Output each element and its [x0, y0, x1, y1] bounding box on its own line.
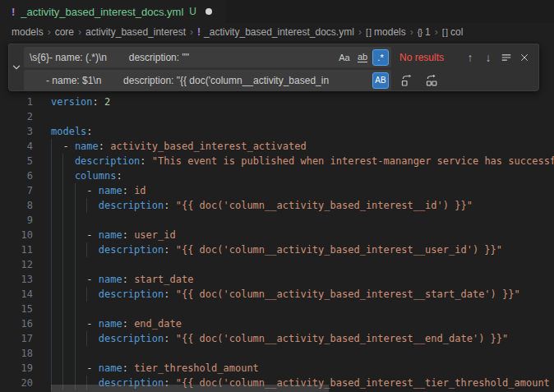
line-number: 7 — [0, 183, 33, 198]
code-line-text[interactable] — [51, 302, 86, 316]
breadcrumb-separator: › — [358, 26, 362, 38]
modified-dot-icon[interactable] — [205, 8, 212, 15]
code-line-text[interactable]: description: "{{ doc('column__activity_b… — [51, 242, 502, 257]
indent-guide — [75, 213, 86, 228]
indent-guide — [75, 361, 86, 376]
code-line-text[interactable] — [51, 257, 86, 272]
replace-input-wrap: AB — [24, 70, 391, 90]
line-number: 11 — [0, 242, 33, 257]
preserve-case-button[interactable]: AB — [372, 72, 389, 89]
line-number: 18 — [0, 346, 33, 361]
find-previous-button[interactable]: ↑ — [461, 48, 479, 67]
code-line-text[interactable]: - name: end_date — [51, 316, 182, 331]
match-case-button[interactable]: Aa — [336, 49, 353, 66]
breadcrumb-separator: › — [410, 26, 413, 38]
editor-area[interactable]: Aa ab .* No results ↑ — [0, 41, 554, 392]
breadcrumb-item[interactable]: [ ]col — [442, 26, 464, 38]
toggle-replace-button[interactable] — [9, 44, 24, 90]
yaml-file-icon: ! — [197, 26, 201, 38]
replace-options: AB — [372, 72, 389, 89]
code-area[interactable]: 1version: 223models:4- name: activity_ba… — [0, 41, 554, 392]
close-icon — [519, 53, 529, 62]
tab-activity-based-interest-docs[interactable]: ! _activity_based_interest_docs.yml U — [0, 0, 225, 23]
code-line[interactable]: 15 — [0, 302, 554, 316]
whole-word-button[interactable]: ab — [354, 49, 371, 66]
code-line[interactable]: 9 — [0, 213, 554, 228]
code-line-text[interactable]: description: "This event is published wh… — [51, 154, 554, 168]
indent-guide — [51, 139, 62, 154]
indent-guide — [86, 198, 98, 213]
code-line[interactable]: 17description: "{{ doc('column__activity… — [0, 331, 554, 346]
code-line-text[interactable]: version: 2 — [51, 95, 110, 109]
code-line[interactable]: 18 — [0, 346, 554, 361]
indent-guide — [51, 302, 62, 316]
indent-guide — [51, 361, 62, 376]
symbol-object-icon: {} — [418, 27, 422, 37]
indent-guide — [62, 198, 74, 213]
code-line[interactable]: 7- name: id — [0, 183, 554, 198]
breadcrumb-separator: › — [48, 26, 51, 38]
indent-guide — [75, 242, 86, 257]
code-line-text[interactable]: columns: — [51, 168, 122, 183]
code-line[interactable]: 19- name: tier_threshold_amount — [0, 361, 554, 376]
code-line[interactable]: 14description: "{{ doc('column__activity… — [0, 287, 554, 302]
find-next-button[interactable]: ↓ — [479, 48, 497, 67]
replace-input[interactable] — [24, 70, 391, 90]
code-line-text[interactable]: models: — [51, 124, 93, 139]
horizontal-scrollbar[interactable] — [51, 385, 329, 392]
tab-bar: ! _activity_based_interest_docs.yml U — [0, 0, 554, 23]
replace-button[interactable] — [398, 71, 416, 90]
code-line-text[interactable]: description: "{{ doc('column__activity_b… — [51, 331, 508, 346]
code-line-text[interactable]: - name: activity_based_interest_activate… — [51, 139, 307, 154]
indent-guide — [75, 228, 86, 242]
code-line-text[interactable]: description: "{{ doc('column__activity_b… — [51, 287, 520, 302]
code-line[interactable]: 11description: "{{ doc('column__activity… — [0, 242, 554, 257]
indent-guide — [51, 242, 62, 257]
regex-button[interactable]: .* — [372, 49, 389, 66]
indent-guide — [51, 183, 62, 198]
code-line-text[interactable]: - name: tier_threshold_amount — [51, 361, 259, 376]
code-line[interactable]: 13- name: start_date — [0, 272, 554, 287]
line-number: 17 — [0, 331, 33, 346]
indent-guide — [62, 257, 74, 272]
code-line[interactable]: 8description: "{{ doc('column__activity_… — [0, 198, 554, 213]
indent-guide — [62, 316, 74, 331]
code-line[interactable]: 3models: — [0, 124, 554, 139]
breadcrumb-item[interactable]: !_activity_based_interest_docs.yml — [197, 26, 354, 38]
code-line-text[interactable] — [51, 346, 86, 361]
replace-all-button[interactable] — [422, 71, 441, 90]
tab-title: _activity_based_interest_docs.yml — [21, 6, 183, 18]
code-line[interactable]: 6columns: — [0, 168, 554, 183]
line-number: 13 — [0, 272, 33, 287]
code-line-text[interactable]: - name: start_date — [51, 272, 193, 287]
replace-row: AB — [24, 70, 533, 90]
code-line-text[interactable] — [51, 213, 86, 228]
code-line[interactable]: 16- name: end_date — [0, 316, 554, 331]
breadcrumb-item[interactable]: activity_based_interest — [85, 26, 186, 38]
code-line[interactable]: 10- name: user_id — [0, 228, 554, 242]
breadcrumb-item[interactable]: {}1 — [418, 26, 431, 38]
find-in-selection-button[interactable] — [497, 48, 515, 67]
code-line[interactable]: 4- name: activity_based_interest_activat… — [0, 139, 554, 154]
line-number: 10 — [0, 228, 33, 242]
indent-guide — [62, 346, 74, 361]
indent-guide — [86, 287, 98, 302]
breadcrumb-label: 1 — [425, 26, 431, 38]
code-line[interactable]: 12 — [0, 257, 554, 272]
breadcrumb-label: models — [12, 26, 44, 38]
code-line-text[interactable]: - name: id — [51, 183, 146, 198]
close-find-button[interactable] — [515, 48, 533, 67]
replace-all-icon — [425, 74, 438, 87]
line-number: 14 — [0, 287, 33, 302]
code-line[interactable]: 2 — [0, 109, 554, 124]
code-line[interactable]: 1version: 2 — [0, 95, 554, 109]
indent-guide — [62, 183, 74, 198]
code-line[interactable]: 5description: "This event is published w… — [0, 154, 554, 168]
code-line-text[interactable]: description: "{{ doc('column__activity_b… — [51, 198, 473, 213]
code-line-text[interactable]: - name: user_id — [51, 228, 176, 242]
breadcrumb-item[interactable]: [ ]models — [366, 26, 406, 38]
regex-label: .* — [377, 53, 383, 62]
indent-guide — [51, 154, 62, 168]
breadcrumb-item[interactable]: models — [12, 26, 44, 38]
breadcrumb-item[interactable]: core — [55, 26, 74, 38]
